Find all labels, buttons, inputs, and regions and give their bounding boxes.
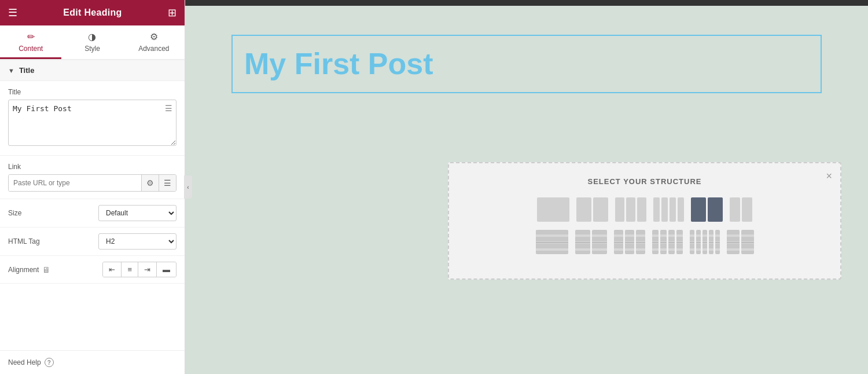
need-help-text: Need Help [8,358,41,366]
style-icon: ◑ [88,31,96,42]
layout-option-asym-striped[interactable] [727,230,754,254]
layout-option-3col-striped[interactable] [614,230,645,254]
panel-header: ☰ Edit Heading ⊞ [0,0,185,25]
heading-preview-wrapper: My First Post [231,35,822,93]
tab-style-label: Style [84,45,100,53]
hamburger-icon[interactable]: ☰ [8,6,17,19]
title-textarea[interactable]: My First Post [8,100,176,146]
grid-icon[interactable]: ⊞ [168,6,176,19]
need-help-bar: Need Help ? [0,350,185,374]
content-icon: ✏ [27,31,35,42]
html-tag-dropdown[interactable]: H1 H2 H3 H4 H5 H6 div span p [98,233,176,250]
alignment-buttons: ⇤ ≡ ⇥ ▬ [102,262,176,277]
align-center-button[interactable]: ≡ [122,262,138,277]
size-select-row: Size Default Small Medium Large XL XXL [0,199,185,228]
alignment-row: Alignment 🖥 ⇤ ≡ ⇥ ▬ [0,256,185,284]
textarea-list-icon[interactable]: ☰ [165,104,172,113]
layout-option-2col-selected[interactable] [691,197,723,222]
tab-advanced[interactable]: ⚙ Advanced [123,25,185,59]
align-right-button[interactable]: ⇥ [138,262,157,277]
align-justify-button[interactable]: ▬ [157,262,176,277]
layout-option-4col-striped[interactable] [652,230,683,254]
tab-content-label: Content [19,45,43,53]
help-icon[interactable]: ? [45,358,54,367]
link-input[interactable] [9,175,141,191]
structure-panel-title: SELECT YOUR STRUCTURE [461,177,829,186]
layout-option-1col[interactable] [537,197,569,222]
alignment-label: Alignment 🖥 [8,265,102,274]
layout-row-1 [461,197,829,222]
tab-content[interactable]: ✏ Content [0,25,61,59]
tab-style[interactable]: ◑ Style [61,25,123,59]
panel-title: Edit Heading [63,8,122,18]
tabs-row: ✏ Content ◑ Style ⚙ Advanced [0,25,185,60]
layout-option-2col[interactable] [576,197,608,222]
link-settings-icon[interactable]: ⚙ [141,175,159,191]
structure-selector-panel: × SELECT YOUR STRUCTURE [448,162,841,280]
chevron-down-icon: ▼ [8,67,14,74]
advanced-icon: ⚙ [150,31,158,42]
html-tag-label: HTML Tag [8,237,98,245]
title-field-label: Title [8,88,176,96]
size-dropdown[interactable]: Default Small Medium Large XL XXL [98,205,176,221]
link-list-icon[interactable]: ☰ [159,175,176,191]
title-section-label: Title [19,66,35,75]
link-field-group: Link ⚙ ☰ [0,156,185,199]
right-canvas: My First Post × SELECT YOUR STRUCTURE [185,0,868,374]
layout-option-2col-striped[interactable] [575,230,607,254]
layout-option-3col[interactable] [615,197,646,222]
left-panel: ☰ Edit Heading ⊞ ✏ Content ◑ Style ⚙ Adv… [0,0,185,374]
monitor-icon: 🖥 [42,265,50,274]
layout-option-3col-variant[interactable] [730,197,752,222]
tab-advanced-label: Advanced [138,45,169,53]
layout-option-1col-striped[interactable] [536,230,568,254]
layout-option-5col-striped[interactable] [690,230,720,254]
structure-close-button[interactable]: × [826,170,832,182]
title-textarea-wrapper: My First Post ☰ [8,100,176,148]
heading-preview-text: My First Post [244,47,433,80]
size-label: Size [8,209,98,217]
link-field-label: Link [8,163,176,171]
link-input-row: ⚙ ☰ [8,174,176,192]
html-tag-select-row: HTML Tag H1 H2 H3 H4 H5 H6 div span p [0,228,185,256]
canvas-top-bar [185,0,868,6]
alignment-text: Alignment [8,266,39,274]
layout-option-4col[interactable] [653,197,684,222]
title-section-header[interactable]: ▼ Title [0,60,185,81]
collapse-panel-button[interactable]: ‹ [184,175,192,199]
align-left-button[interactable]: ⇤ [103,262,122,277]
panel-body: ▼ Title Title My First Post ☰ Link ⚙ ☰ S… [0,60,185,374]
title-field-group: Title My First Post ☰ [0,81,185,156]
layout-row-2 [461,230,829,254]
heading-preview-box[interactable]: My First Post [231,35,822,93]
